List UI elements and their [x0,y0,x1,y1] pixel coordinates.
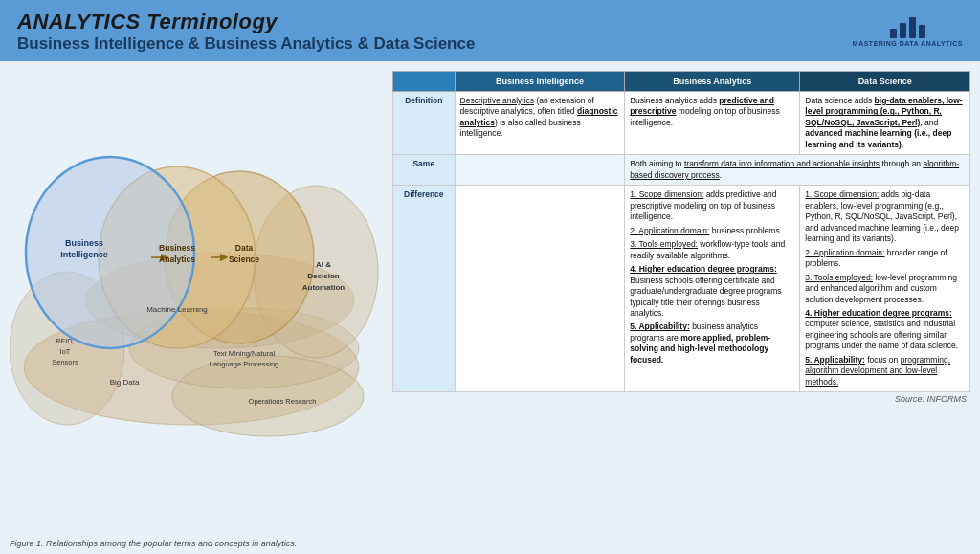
svg-text:Big Data: Big Data [110,378,140,387]
venn-caption: Figure 1. Relationships among the popula… [10,539,383,548]
row-definition: Definition Descriptive analytics (an ext… [393,92,970,155]
col-header-label [393,72,456,92]
cell-diff-bi [455,186,625,392]
cell-same-ba-ds: Both aiming to transform data into infor… [625,155,970,186]
svg-text:Text Mining/Natural: Text Mining/Natural [213,349,276,358]
logo-bar-2 [900,23,906,38]
text-descriptive: Descriptive analytics [460,96,534,105]
col-header-bi: Business Intelligence [455,72,625,92]
logo-area: MASTERING DATA ANALYTICS [853,17,963,47]
header-text: ANALYTICS Terminology Business Intellige… [17,10,475,54]
header: ANALYTICS Terminology Business Intellige… [0,0,980,61]
svg-point-8 [26,157,194,348]
text-ml: advanced machine learning (i.e., deep le… [805,128,951,148]
svg-text:Data: Data [235,243,254,253]
svg-text:Science: Science [229,255,259,264]
logo-bars [890,17,925,38]
svg-text:Analytics: Analytics [159,255,195,264]
ba-diff-1-label: 1. Scope dimension: [630,189,703,199]
row-label-difference: Difference [393,186,456,392]
logo-text: MASTERING DATA ANALYTICS [853,40,963,47]
ds-diff-4-label: 4. Higher education degree programs: [805,308,952,318]
venn-area: Business Intelligence Business Analytics… [10,71,383,548]
page: ANALYTICS Terminology Business Intellige… [0,0,980,554]
ba-diff-5-bold: more applied, problem-solving and high-l… [630,333,770,365]
svg-text:Business: Business [65,238,103,248]
row-same: Same Both aiming to transform data into … [393,155,970,186]
table-area: Business Intelligence Business Analytics… [392,71,970,548]
ba-diff-4-label: 4. Higher education degree programs: [630,264,777,274]
logo-bar-4 [919,25,925,38]
cell-diff-ba: 1. Scope dimension: adds predictive and … [625,186,800,392]
row-difference: Difference 1. Scope dimension: adds pred… [393,186,970,392]
subtitle: Business Intelligence & Business Analyti… [17,34,475,54]
cell-diff-ds: 1. Scope dimension: adds big-data enable… [800,186,970,392]
ds-diff-5-label: 5. Applicability: [805,355,865,365]
cell-definition-ba: Business analytics adds predictive and p… [625,92,800,155]
svg-text:AI &: AI & [316,260,331,269]
row-label-definition: Definition [393,92,456,155]
cell-definition-bi: Descriptive analytics (an extension of d… [455,92,625,155]
svg-text:Language Processing: Language Processing [210,360,279,368]
analytics-table: Business Intelligence Business Analytics… [392,71,970,392]
text-transform: transform data into information and acti… [684,159,880,168]
col-header-ba: Business Analytics [625,72,800,92]
svg-text:Sensors: Sensors [52,358,78,366]
text-bigdata: big-data enablers, low-level programming… [805,96,962,127]
svg-text:Decision: Decision [307,272,339,280]
svg-text:Operations Research: Operations Research [249,397,317,406]
text-predictive: predictive and prescriptive [630,96,774,116]
text-diagnostic: diagnostic analytics [460,106,618,126]
svg-text:Automation: Automation [302,283,345,292]
logo-bar-1 [890,29,897,38]
content: Business Intelligence Business Analytics… [0,61,980,554]
ds-diff-2-label: 2. Application domain: [805,248,884,257]
ba-diff-5-label: 5. Applicability: [630,321,690,331]
logo-bar-3 [909,17,916,38]
ba-diff-3-label: 3. Tools employed: [630,239,698,249]
col-header-ds: Data Science [800,72,970,92]
ds-diff-3-label: 3. Tools employed: [805,273,873,282]
svg-text:Business: Business [159,243,195,253]
svg-text:Machine Learning: Machine Learning [146,305,208,314]
main-title: ANALYTICS Terminology [17,10,475,34]
ba-diff-2-label: 2. Application domain: [630,226,709,235]
row-label-same: Same [393,155,456,186]
svg-text:RFID,: RFID, [56,337,75,345]
cell-same-bi [455,155,625,186]
venn-diagram: Business Intelligence Business Analytics… [10,71,383,535]
ds-diff-1-label: 1. Scope dimension: [805,189,879,199]
source-line: Source: INFORMS [392,394,970,404]
svg-text:IoT: IoT [60,347,71,356]
cell-definition-ds: Data science adds big-data enablers, low… [800,92,970,155]
svg-text:Intelligence: Intelligence [60,250,108,259]
